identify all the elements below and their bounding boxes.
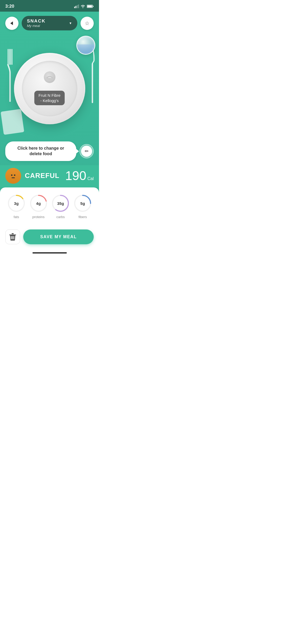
food-icon	[44, 71, 55, 83]
trash-icon	[9, 233, 16, 241]
svg-rect-15	[12, 177, 15, 178]
food-label[interactable]: Fruit N Fibre- Kellogg's	[34, 91, 65, 105]
svg-rect-24	[9, 234, 16, 235]
nutrient-fats: 3g fats	[7, 194, 26, 219]
signal-icon	[74, 4, 79, 8]
svg-rect-28	[11, 236, 12, 239]
calorie-unit: Cal	[87, 176, 94, 181]
fibers-circle-wrapper: 5g	[73, 194, 92, 213]
carbs-circle-wrapper: 35g	[51, 194, 70, 213]
header: SNACK My meal ▼ ☆	[0, 12, 99, 33]
svg-rect-1	[76, 6, 76, 8]
svg-rect-13	[11, 174, 12, 176]
svg-rect-3	[78, 4, 79, 8]
fibers-value: 5g	[80, 201, 85, 205]
svg-rect-12	[92, 63, 93, 103]
meal-selector[interactable]: SNACK My meal ▼	[22, 16, 77, 30]
meal-name-label: My meal	[27, 24, 45, 28]
status-icons	[74, 4, 94, 8]
svg-rect-6	[87, 6, 92, 7]
proteins-label: proteins	[32, 215, 45, 219]
status-section: CAREFUL 190 Cal	[0, 165, 99, 187]
action-area: Click here to change or delete food ✏	[0, 141, 99, 165]
change-food-label: Click here to change or delete food	[17, 146, 64, 156]
save-meal-button[interactable]: SAVE MY MEAL	[23, 229, 94, 244]
carbs-label: carbs	[56, 215, 65, 219]
status-emoji	[5, 168, 21, 184]
plate: Fruit N Fibre- Kellogg's	[14, 53, 85, 124]
home-bar	[32, 252, 67, 254]
proteins-circle-wrapper: 4g	[29, 194, 48, 213]
plate-inner: Fruit N Fibre- Kellogg's	[22, 61, 77, 116]
change-food-button[interactable]: Click here to change or delete food	[5, 141, 76, 161]
back-chevron-icon	[10, 21, 13, 25]
star-icon: ☆	[85, 20, 89, 26]
edit-button-inner: ✏	[81, 146, 92, 157]
svg-rect-10	[12, 49, 12, 65]
pencil-icon: ✏	[85, 148, 89, 154]
svg-rect-7	[8, 49, 8, 65]
carbs-value: 35g	[57, 201, 64, 205]
glass-visual	[76, 36, 95, 55]
status-bar: 3:20	[0, 0, 99, 12]
fats-label: fats	[13, 215, 19, 219]
calorie-number: 190	[65, 168, 86, 183]
meal-selector-text: SNACK My meal	[27, 19, 45, 28]
nutrition-circles: 3g fats 4g proteins	[5, 194, 94, 219]
status-time: 3:20	[5, 4, 14, 9]
back-button[interactable]	[5, 17, 18, 30]
favorite-button[interactable]: ☆	[81, 17, 94, 30]
delete-button[interactable]	[5, 229, 20, 244]
svg-rect-27	[13, 236, 14, 239]
svg-rect-14	[14, 174, 15, 176]
edit-button[interactable]: ✏	[79, 144, 94, 158]
svg-rect-5	[93, 6, 93, 7]
fork-icon	[6, 49, 14, 102]
svg-rect-8	[9, 49, 10, 65]
nutrient-proteins: 4g proteins	[29, 194, 48, 219]
svg-rect-2	[77, 5, 78, 8]
nutrient-carbs: 35g carbs	[51, 194, 70, 219]
dropdown-arrow-icon: ▼	[69, 21, 72, 25]
svg-rect-0	[74, 7, 75, 8]
fats-circle-wrapper: 3g	[7, 194, 26, 213]
table-scene: Fruit N Fibre- Kellogg's	[0, 33, 99, 144]
svg-rect-9	[10, 49, 11, 65]
nutrition-card: 3g fats 4g proteins	[0, 187, 99, 225]
battery-icon	[87, 4, 94, 8]
fibers-label: fibers	[78, 215, 87, 219]
svg-rect-25	[12, 233, 14, 234]
bottom-bar: SAVE MY MEAL	[0, 225, 99, 252]
home-indicator	[0, 252, 99, 256]
fats-value: 3g	[14, 201, 19, 205]
napkin	[1, 109, 24, 135]
calorie-display: 190 Cal	[65, 168, 94, 183]
glass-liquid	[77, 44, 95, 54]
meal-type-label: SNACK	[27, 19, 45, 24]
save-meal-label: SAVE MY MEAL	[40, 234, 77, 239]
nutrient-fibers: 5g fibers	[73, 194, 92, 219]
main-content: SNACK My meal ▼ ☆	[0, 12, 99, 256]
status-label: CAREFUL	[25, 172, 65, 180]
proteins-value: 4g	[36, 201, 41, 205]
glass	[76, 36, 95, 55]
wifi-icon	[81, 4, 85, 8]
svg-rect-26	[12, 236, 13, 239]
knife-icon	[90, 48, 95, 103]
